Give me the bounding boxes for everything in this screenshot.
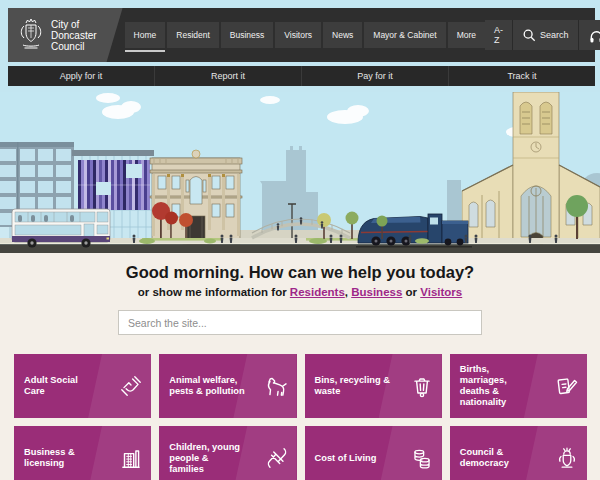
coat-of-arms-icon	[18, 16, 44, 54]
tile-business-licensing[interactable]: Business & licensing	[14, 426, 151, 480]
tile-cost-of-living[interactable]: Cost of Living	[305, 426, 442, 480]
az-label: A-Z	[494, 25, 503, 45]
tile-council-democracy[interactable]: Council & democracy	[450, 426, 587, 480]
header-tools: A-Z Search	[485, 20, 600, 50]
tile-animal-welfare[interactable]: Animal welfare, pests & pollution	[159, 354, 296, 418]
wheelie-bin-icon	[409, 373, 435, 399]
quicklink-apply[interactable]: Apply for it	[8, 66, 154, 86]
building-icon	[118, 445, 144, 471]
business-link[interactable]: Business	[351, 286, 402, 298]
tile-label: Adult Social Care	[14, 375, 100, 397]
residents-link[interactable]: Residents	[290, 286, 345, 298]
quicklink-pay[interactable]: Pay for it	[301, 66, 448, 86]
az-index-button[interactable]: A-Z	[485, 20, 512, 50]
tile-bins-recycling[interactable]: Bins, recycling & waste	[305, 354, 442, 418]
nav-business[interactable]: Business	[221, 22, 274, 48]
search-button[interactable]: Search	[512, 20, 578, 50]
nav-more[interactable]: More	[448, 22, 485, 48]
listen-button[interactable]	[578, 20, 600, 50]
quick-links-bar: Apply for it Report it Pay for it Track …	[8, 66, 595, 86]
tile-label: Children, young people & families	[159, 442, 245, 475]
service-tiles-grid: Adult Social Care Animal welfare, pests …	[14, 354, 587, 480]
search-label: Search	[540, 30, 569, 40]
tile-children-young-people[interactable]: Children, young people & families	[159, 426, 296, 480]
audience-sep2: or	[402, 286, 420, 298]
tile-label: Business & licensing	[14, 447, 100, 469]
doncaster-skyline-illustration	[0, 92, 600, 253]
crest-icon	[554, 445, 580, 471]
quicklink-report[interactable]: Report it	[154, 66, 301, 86]
tile-label: Cost of Living	[305, 453, 391, 464]
headphones-icon	[588, 27, 600, 44]
hero-illustration	[0, 92, 600, 253]
quicklink-track[interactable]: Track it	[448, 66, 595, 86]
site-search-input[interactable]	[118, 310, 482, 335]
tile-label: Animal welfare, pests & pollution	[159, 375, 245, 397]
nav-news[interactable]: News	[323, 22, 362, 48]
council-logo-text: City of Doncaster Council	[51, 19, 97, 52]
holding-hands-icon	[264, 445, 290, 471]
caring-hands-icon	[118, 373, 144, 399]
greeting-heading: Good morning. How can we help you today?	[0, 263, 600, 282]
nav-mayor-cabinet[interactable]: Mayor & Cabinet	[364, 22, 445, 48]
audience-links-line: or show me information for Residents, Bu…	[0, 286, 600, 298]
visitors-link[interactable]: Visitors	[420, 286, 462, 298]
tile-adult-social-care[interactable]: Adult Social Care	[14, 354, 151, 418]
council-logo[interactable]: City of Doncaster Council	[8, 8, 123, 62]
tile-label: Births, marriages, deaths & nationality	[450, 364, 536, 408]
audience-prefix: or show me information for	[138, 286, 290, 298]
dog-icon	[264, 373, 290, 399]
certificate-pen-icon	[554, 373, 580, 399]
nav-resident[interactable]: Resident	[167, 22, 219, 48]
tile-births-marriages-deaths[interactable]: Births, marriages, deaths & nationality	[450, 354, 587, 418]
tile-label: Bins, recycling & waste	[305, 375, 391, 397]
tile-label: Council & democracy	[450, 447, 536, 469]
coins-icon	[409, 445, 435, 471]
search-icon	[522, 28, 536, 42]
site-header: City of Doncaster Council Home Resident …	[8, 8, 595, 62]
main-nav: Home Resident Business Visitors News May…	[125, 22, 485, 48]
nav-visitors[interactable]: Visitors	[275, 22, 321, 48]
main-content: Good morning. How can we help you today?…	[0, 253, 600, 480]
nav-home[interactable]: Home	[125, 22, 166, 48]
